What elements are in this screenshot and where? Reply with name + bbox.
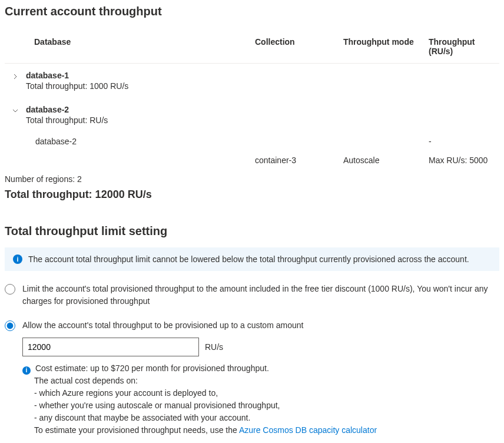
cell-collection: container-3 (255, 156, 343, 165)
regions-count: Number of regions: 2 (5, 174, 499, 184)
cell-mode: Autoscale (343, 156, 429, 165)
radio-free-tier[interactable] (5, 284, 15, 295)
info-banner-text: The account total throughput limit canno… (28, 254, 469, 264)
cost-estimate-line: To estimate your provisioned throughput … (34, 425, 239, 435)
cost-estimate-line: - which Azure regions your account is de… (34, 387, 499, 399)
cell-database (5, 156, 255, 165)
cost-estimate-headline: Cost estimate: up to $720 per month for … (35, 363, 269, 373)
database-row[interactable]: database-1 Total throughput: 1000 RU/s (5, 64, 499, 98)
cell-database: database-2 (5, 137, 255, 146)
chevron-right-icon[interactable] (5, 71, 26, 80)
table-row: database-2 - (5, 132, 499, 151)
radio-custom-amount[interactable] (5, 320, 15, 331)
cost-estimate-block: i Cost estimate: up to $720 per month fo… (22, 362, 499, 437)
cost-estimate-line: The actual cost depends on: (34, 375, 499, 387)
column-header-throughput: Throughput (RU/s) (429, 37, 499, 56)
database-name: database-2 (26, 105, 255, 114)
cost-estimate-line: - any discount that maybe be associated … (34, 412, 499, 424)
column-header-mode: Throughput mode (343, 37, 429, 56)
total-throughput: Total throughput: 12000 RU/s (5, 189, 499, 201)
info-icon: i (13, 254, 22, 264)
cell-collection (255, 137, 343, 146)
database-subtext: Total throughput: 1000 RU/s (26, 81, 255, 91)
column-header-database: Database (5, 37, 255, 56)
radio-free-tier-label[interactable]: Limit the account's total provisioned th… (22, 283, 499, 308)
cell-throughput: Max RU/s: 5000 (429, 156, 499, 165)
info-icon: i (22, 366, 31, 375)
column-header-collection: Collection (255, 37, 343, 56)
info-banner: i The account total throughput limit can… (5, 247, 499, 271)
cell-throughput: - (429, 137, 499, 146)
throughput-amount-input[interactable] (22, 338, 199, 356)
table-row: container-3 Autoscale Max RU/s: 5000 (5, 151, 499, 170)
cost-estimate-line: - whether you're using autoscale or manu… (34, 399, 499, 412)
chevron-down-icon[interactable] (5, 105, 26, 114)
database-subtext: Total throughput: RU/s (26, 115, 255, 125)
cell-mode (343, 137, 429, 146)
page-title-throughput: Current account throughput (5, 5, 499, 18)
database-row[interactable]: database-2 Total throughput: RU/s (5, 98, 499, 132)
database-name: database-1 (26, 71, 255, 80)
page-title-limit-setting: Total throughput limit setting (5, 224, 499, 238)
table-header: Database Collection Throughput mode Thro… (5, 32, 499, 64)
throughput-unit-label: RU/s (205, 342, 223, 352)
radio-custom-amount-label[interactable]: Allow the account's total throughput to … (22, 319, 303, 332)
capacity-calculator-link[interactable]: Azure Cosmos DB capacity calculator (239, 425, 377, 435)
